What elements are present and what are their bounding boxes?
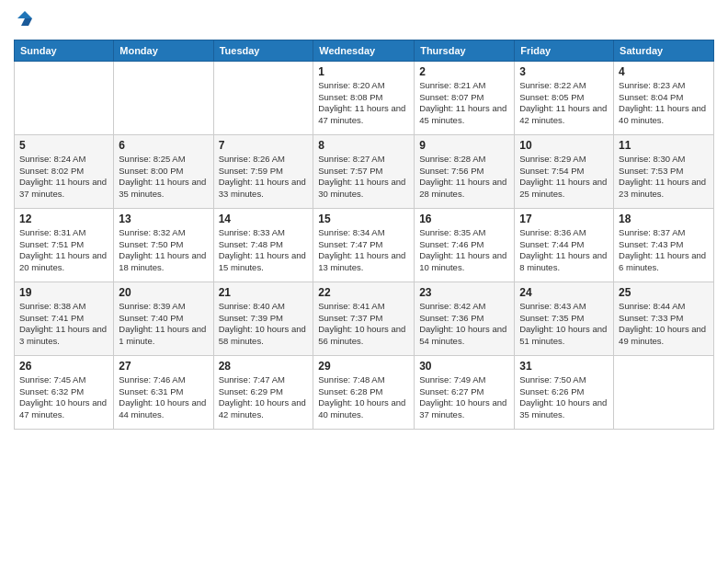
day-number: 5 bbox=[19, 139, 108, 152]
svg-marker-1 bbox=[21, 18, 32, 26]
calendar-cell: 30Sunrise: 7:49 AMSunset: 6:27 PMDayligh… bbox=[415, 355, 515, 429]
calendar-cell: 24Sunrise: 8:43 AMSunset: 7:35 PMDayligh… bbox=[515, 282, 614, 355]
day-number: 11 bbox=[619, 139, 709, 152]
calendar-cell: 28Sunrise: 7:47 AMSunset: 6:29 PMDayligh… bbox=[213, 355, 313, 429]
day-number: 23 bbox=[419, 286, 509, 299]
day-number: 28 bbox=[219, 360, 309, 373]
day-info: Sunrise: 8:27 AMSunset: 7:57 PMDaylight:… bbox=[318, 154, 409, 201]
day-info: Sunrise: 8:33 AMSunset: 7:48 PMDaylight:… bbox=[219, 227, 309, 274]
calendar-cell: 8Sunrise: 8:27 AMSunset: 7:57 PMDaylight… bbox=[313, 134, 415, 208]
calendar-cell: 31Sunrise: 7:50 AMSunset: 6:26 PMDayligh… bbox=[515, 355, 614, 429]
calendar-table: SundayMondayTuesdayWednesdayThursdayFrid… bbox=[14, 40, 714, 430]
week-row-3: 19Sunrise: 8:38 AMSunset: 7:41 PMDayligh… bbox=[15, 282, 714, 355]
day-info: Sunrise: 8:39 AMSunset: 7:40 PMDaylight:… bbox=[119, 301, 208, 348]
calendar-cell: 22Sunrise: 8:41 AMSunset: 7:37 PMDayligh… bbox=[313, 282, 415, 355]
day-number: 2 bbox=[419, 65, 509, 78]
day-number: 22 bbox=[318, 286, 409, 299]
day-info: Sunrise: 8:34 AMSunset: 7:47 PMDaylight:… bbox=[318, 227, 409, 274]
weekday-header-row: SundayMondayTuesdayWednesdayThursdayFrid… bbox=[15, 40, 714, 61]
day-number: 31 bbox=[519, 360, 609, 373]
day-info: Sunrise: 8:22 AMSunset: 8:05 PMDaylight:… bbox=[519, 80, 609, 127]
weekday-header-tuesday: Tuesday bbox=[213, 40, 313, 61]
calendar-cell bbox=[213, 61, 313, 134]
day-info: Sunrise: 8:30 AMSunset: 7:53 PMDaylight:… bbox=[619, 154, 709, 201]
logo-icon bbox=[16, 9, 34, 28]
logo-text bbox=[14, 9, 34, 32]
calendar-cell: 21Sunrise: 8:40 AMSunset: 7:39 PMDayligh… bbox=[213, 282, 313, 355]
day-info: Sunrise: 7:46 AMSunset: 6:31 PMDaylight:… bbox=[119, 374, 208, 421]
day-number: 26 bbox=[19, 360, 108, 373]
day-info: Sunrise: 8:37 AMSunset: 7:43 PMDaylight:… bbox=[619, 227, 709, 274]
calendar-cell: 19Sunrise: 8:38 AMSunset: 7:41 PMDayligh… bbox=[15, 282, 114, 355]
day-info: Sunrise: 8:32 AMSunset: 7:50 PMDaylight:… bbox=[119, 227, 208, 274]
day-info: Sunrise: 8:44 AMSunset: 7:33 PMDaylight:… bbox=[619, 301, 709, 348]
day-info: Sunrise: 8:36 AMSunset: 7:44 PMDaylight:… bbox=[519, 227, 609, 274]
day-number: 29 bbox=[318, 360, 409, 373]
day-number: 21 bbox=[219, 286, 309, 299]
day-info: Sunrise: 7:50 AMSunset: 6:26 PMDaylight:… bbox=[519, 374, 609, 421]
day-number: 20 bbox=[119, 286, 208, 299]
weekday-header-wednesday: Wednesday bbox=[313, 40, 415, 61]
calendar-cell: 29Sunrise: 7:48 AMSunset: 6:28 PMDayligh… bbox=[313, 355, 415, 429]
day-number: 30 bbox=[419, 360, 509, 373]
calendar-cell: 18Sunrise: 8:37 AMSunset: 7:43 PMDayligh… bbox=[614, 208, 714, 282]
day-number: 14 bbox=[219, 213, 309, 225]
calendar-cell: 1Sunrise: 8:20 AMSunset: 8:08 PMDaylight… bbox=[313, 61, 415, 134]
page: SundayMondayTuesdayWednesdayThursdayFrid… bbox=[0, 0, 728, 563]
header bbox=[14, 9, 714, 32]
day-info: Sunrise: 8:23 AMSunset: 8:04 PMDaylight:… bbox=[619, 80, 709, 127]
day-info: Sunrise: 8:35 AMSunset: 7:46 PMDaylight:… bbox=[419, 227, 509, 274]
calendar-cell: 16Sunrise: 8:35 AMSunset: 7:46 PMDayligh… bbox=[415, 208, 515, 282]
week-row-4: 26Sunrise: 7:45 AMSunset: 6:32 PMDayligh… bbox=[15, 355, 714, 429]
calendar-cell: 23Sunrise: 8:42 AMSunset: 7:36 PMDayligh… bbox=[415, 282, 515, 355]
day-number: 6 bbox=[119, 139, 208, 152]
week-row-0: 1Sunrise: 8:20 AMSunset: 8:08 PMDaylight… bbox=[15, 61, 714, 134]
calendar-cell: 27Sunrise: 7:46 AMSunset: 6:31 PMDayligh… bbox=[114, 355, 213, 429]
calendar-cell: 6Sunrise: 8:25 AMSunset: 8:00 PMDaylight… bbox=[114, 134, 213, 208]
calendar-cell: 25Sunrise: 8:44 AMSunset: 7:33 PMDayligh… bbox=[614, 282, 714, 355]
day-number: 9 bbox=[419, 139, 509, 152]
calendar-cell: 11Sunrise: 8:30 AMSunset: 7:53 PMDayligh… bbox=[614, 134, 714, 208]
calendar-cell bbox=[614, 355, 714, 429]
day-info: Sunrise: 7:49 AMSunset: 6:27 PMDaylight:… bbox=[419, 374, 509, 421]
day-info: Sunrise: 8:28 AMSunset: 7:56 PMDaylight:… bbox=[419, 154, 509, 201]
calendar-cell: 20Sunrise: 8:39 AMSunset: 7:40 PMDayligh… bbox=[114, 282, 213, 355]
weekday-header-monday: Monday bbox=[114, 40, 213, 61]
day-info: Sunrise: 8:40 AMSunset: 7:39 PMDaylight:… bbox=[219, 301, 309, 348]
calendar-cell: 17Sunrise: 8:36 AMSunset: 7:44 PMDayligh… bbox=[515, 208, 614, 282]
day-info: Sunrise: 7:47 AMSunset: 6:29 PMDaylight:… bbox=[219, 374, 309, 421]
day-number: 17 bbox=[519, 213, 609, 225]
svg-marker-0 bbox=[17, 11, 32, 18]
calendar-cell: 2Sunrise: 8:21 AMSunset: 8:07 PMDaylight… bbox=[415, 61, 515, 134]
day-number: 25 bbox=[619, 286, 709, 299]
day-info: Sunrise: 8:31 AMSunset: 7:51 PMDaylight:… bbox=[19, 227, 108, 274]
calendar-cell: 14Sunrise: 8:33 AMSunset: 7:48 PMDayligh… bbox=[213, 208, 313, 282]
day-number: 8 bbox=[318, 139, 409, 152]
weekday-header-thursday: Thursday bbox=[415, 40, 515, 61]
week-row-2: 12Sunrise: 8:31 AMSunset: 7:51 PMDayligh… bbox=[15, 208, 714, 282]
day-number: 10 bbox=[519, 139, 609, 152]
day-number: 19 bbox=[19, 286, 108, 299]
weekday-header-sunday: Sunday bbox=[15, 40, 114, 61]
logo bbox=[14, 9, 34, 32]
day-number: 16 bbox=[419, 213, 509, 225]
calendar-cell: 10Sunrise: 8:29 AMSunset: 7:54 PMDayligh… bbox=[515, 134, 614, 208]
calendar-cell: 12Sunrise: 8:31 AMSunset: 7:51 PMDayligh… bbox=[15, 208, 114, 282]
calendar-cell: 15Sunrise: 8:34 AMSunset: 7:47 PMDayligh… bbox=[313, 208, 415, 282]
calendar-cell: 13Sunrise: 8:32 AMSunset: 7:50 PMDayligh… bbox=[114, 208, 213, 282]
day-info: Sunrise: 7:45 AMSunset: 6:32 PMDaylight:… bbox=[19, 374, 108, 421]
weekday-header-friday: Friday bbox=[515, 40, 614, 61]
day-number: 1 bbox=[318, 65, 409, 78]
day-number: 24 bbox=[519, 286, 609, 299]
calendar-cell: 3Sunrise: 8:22 AMSunset: 8:05 PMDaylight… bbox=[515, 61, 614, 134]
day-number: 3 bbox=[519, 65, 609, 78]
weekday-header-saturday: Saturday bbox=[614, 40, 714, 61]
calendar-cell: 26Sunrise: 7:45 AMSunset: 6:32 PMDayligh… bbox=[15, 355, 114, 429]
day-number: 15 bbox=[318, 213, 409, 225]
day-number: 4 bbox=[619, 65, 709, 78]
day-info: Sunrise: 8:41 AMSunset: 7:37 PMDaylight:… bbox=[318, 301, 409, 348]
day-info: Sunrise: 8:21 AMSunset: 8:07 PMDaylight:… bbox=[419, 80, 509, 127]
day-info: Sunrise: 8:25 AMSunset: 8:00 PMDaylight:… bbox=[119, 154, 208, 201]
calendar-cell: 4Sunrise: 8:23 AMSunset: 8:04 PMDaylight… bbox=[614, 61, 714, 134]
day-info: Sunrise: 7:48 AMSunset: 6:28 PMDaylight:… bbox=[318, 374, 409, 421]
